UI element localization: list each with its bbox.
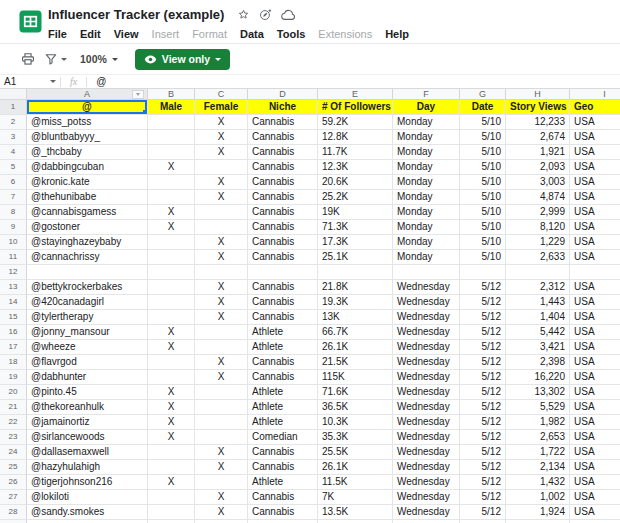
cell-I23[interactable]: USA xyxy=(570,430,620,445)
cell-H21[interactable]: 5,529 xyxy=(506,400,570,415)
cell-F11[interactable]: Monday xyxy=(393,250,460,265)
cell-D14[interactable]: Cannabis xyxy=(248,295,318,310)
cell-E11[interactable]: 25.1K xyxy=(318,250,393,265)
cell-B11[interactable] xyxy=(148,250,195,265)
cell-C12[interactable] xyxy=(195,265,248,280)
cell-A24[interactable]: @dallasemaxwell xyxy=(27,445,148,460)
cell-I28[interactable]: USA xyxy=(570,505,620,520)
cell-B28[interactable] xyxy=(148,505,195,520)
cell-I15[interactable]: USA xyxy=(570,310,620,325)
cell-E12[interactable] xyxy=(318,265,393,280)
row-number-25[interactable]: 25 xyxy=(0,460,27,475)
cell-D13[interactable]: Cannabis xyxy=(248,280,318,295)
cell-H24[interactable]: 1,722 xyxy=(506,445,570,460)
cell-C1[interactable]: Female xyxy=(195,100,248,115)
cell-I22[interactable]: USA xyxy=(570,415,620,430)
column-header-F[interactable]: F xyxy=(393,89,460,100)
cell-A21[interactable]: @thekoreanhulk xyxy=(27,400,148,415)
menu-edit[interactable]: Edit xyxy=(80,28,101,40)
cell-H13[interactable]: 2,312 xyxy=(506,280,570,295)
cell-I18[interactable]: USA xyxy=(570,355,620,370)
cell-F1[interactable]: Day xyxy=(393,100,460,115)
cell-D23[interactable]: Comedian xyxy=(248,430,318,445)
cell-E13[interactable]: 21.8K xyxy=(318,280,393,295)
cell-A19[interactable]: @dabhunter xyxy=(27,370,148,385)
cell-D17[interactable]: Athlete xyxy=(248,340,318,355)
cell-G23[interactable]: 5/12 xyxy=(460,430,506,445)
cell-C3[interactable]: X xyxy=(195,130,248,145)
row-number-11[interactable]: 11 xyxy=(0,250,27,265)
cell-C18[interactable]: X xyxy=(195,355,248,370)
cell-B2[interactable] xyxy=(148,115,195,130)
cell-D6[interactable]: Cannabis xyxy=(248,175,318,190)
cell-D24[interactable]: Cannabis xyxy=(248,445,318,460)
cell-F21[interactable]: Wednesday xyxy=(393,400,460,415)
cell-I7[interactable]: USA xyxy=(570,190,620,205)
cell-G26[interactable]: 5/12 xyxy=(460,475,506,490)
cell-C2[interactable]: X xyxy=(195,115,248,130)
cell-E10[interactable]: 17.3K xyxy=(318,235,393,250)
cell-C9[interactable] xyxy=(195,220,248,235)
cell-D11[interactable]: Cannabis xyxy=(248,250,318,265)
cell-B7[interactable] xyxy=(148,190,195,205)
cell-H10[interactable]: 1,229 xyxy=(506,235,570,250)
column-header-E[interactable]: E xyxy=(318,89,393,100)
cell-G12[interactable] xyxy=(460,265,506,280)
cell-H26[interactable]: 1,432 xyxy=(506,475,570,490)
cell-D2[interactable]: Cannabis xyxy=(248,115,318,130)
cell-E8[interactable]: 19K xyxy=(318,205,393,220)
cell-I1[interactable]: Geo xyxy=(570,100,620,115)
menu-help[interactable]: Help xyxy=(385,28,409,40)
cell-E21[interactable]: 36.5K xyxy=(318,400,393,415)
row-number-4[interactable]: 4 xyxy=(0,145,27,160)
cell-B27[interactable] xyxy=(148,490,195,505)
cell-B16[interactable]: X xyxy=(148,325,195,340)
cell-H4[interactable]: 1,921 xyxy=(506,145,570,160)
cell-A27[interactable]: @lokiloti xyxy=(27,490,148,505)
cell-B6[interactable] xyxy=(148,175,195,190)
cell-I21[interactable]: USA xyxy=(570,400,620,415)
cell-C28[interactable]: X xyxy=(195,505,248,520)
row-number-19[interactable]: 19 xyxy=(0,370,27,385)
cell-H19[interactable]: 16,220 xyxy=(506,370,570,385)
cell-B26[interactable]: X xyxy=(148,475,195,490)
cell-H9[interactable]: 8,120 xyxy=(506,220,570,235)
cell-F5[interactable]: Monday xyxy=(393,160,460,175)
cell-A14[interactable]: @420canadagirl xyxy=(27,295,148,310)
cell-A15[interactable]: @tylertherapy xyxy=(27,310,148,325)
cell-H15[interactable]: 1,404 xyxy=(506,310,570,325)
column-header-A[interactable]: A xyxy=(27,89,148,100)
cell-D19[interactable]: Cannabis xyxy=(248,370,318,385)
cell-I17[interactable]: USA xyxy=(570,340,620,355)
cell-E26[interactable]: 11.5K xyxy=(318,475,393,490)
cell-H14[interactable]: 1,443 xyxy=(506,295,570,310)
column-header-C[interactable]: C xyxy=(195,89,248,100)
row-number-28[interactable]: 28 xyxy=(0,505,27,520)
row-number-20[interactable]: 20 xyxy=(0,385,27,400)
cell-F17[interactable]: Wednesday xyxy=(393,340,460,355)
cell-D25[interactable]: Cannabis xyxy=(248,460,318,475)
cell-I5[interactable]: USA xyxy=(570,160,620,175)
cell-A25[interactable]: @hazyhulahigh xyxy=(27,460,148,475)
cell-A3[interactable]: @bluntbabyyy_ xyxy=(27,130,148,145)
cell-D26[interactable]: Athlete xyxy=(248,475,318,490)
row-number-17[interactable]: 17 xyxy=(0,340,27,355)
row-number-18[interactable]: 18 xyxy=(0,355,27,370)
cell-I10[interactable]: USA xyxy=(570,235,620,250)
cell-B18[interactable] xyxy=(148,355,195,370)
row-number-15[interactable]: 15 xyxy=(0,310,27,325)
cell-A28[interactable]: @sandy.smokes xyxy=(27,505,148,520)
cell-B5[interactable]: X xyxy=(148,160,195,175)
row-number-9[interactable]: 9 xyxy=(0,220,27,235)
cell-I14[interactable]: USA xyxy=(570,295,620,310)
cell-A18[interactable]: @flavrgod xyxy=(27,355,148,370)
cell-I27[interactable]: USA xyxy=(570,490,620,505)
cell-E15[interactable]: 13K xyxy=(318,310,393,325)
name-box[interactable]: A1 xyxy=(0,76,60,87)
select-all-corner[interactable] xyxy=(0,89,27,100)
cell-E7[interactable]: 25.2K xyxy=(318,190,393,205)
print-button[interactable] xyxy=(21,52,35,66)
cell-E1[interactable]: # Of Followers xyxy=(318,100,393,115)
cell-F3[interactable]: Monday xyxy=(393,130,460,145)
cell-H25[interactable]: 2,134 xyxy=(506,460,570,475)
